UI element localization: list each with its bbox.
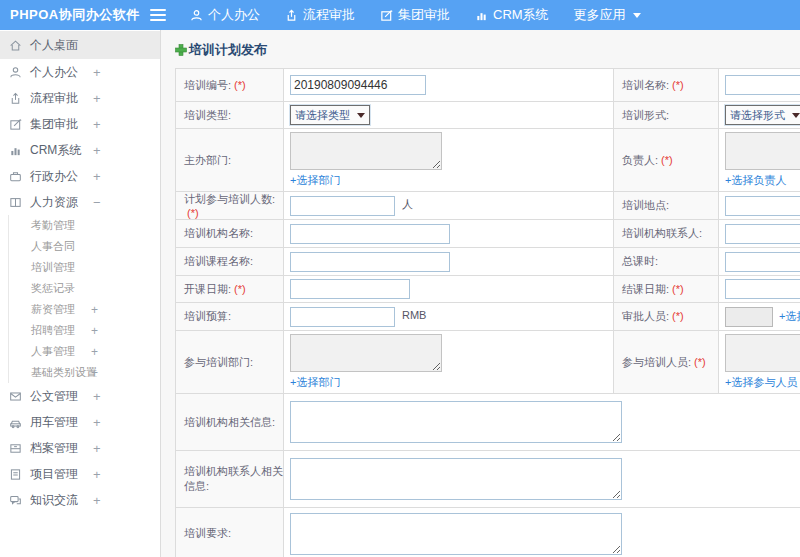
- expand-plus-icon[interactable]: +: [93, 117, 101, 132]
- planned-count-input[interactable]: [290, 196, 395, 216]
- nav-item-crm-system[interactable]: CRM系统: [475, 6, 549, 24]
- required-mark: (*): [661, 154, 673, 166]
- start-date-input[interactable]: [290, 279, 410, 299]
- select-leader-link[interactable]: +选择负责人: [725, 173, 786, 188]
- training-req-label: 培训要求:: [176, 508, 284, 557]
- nav-label: 个人办公: [208, 6, 260, 24]
- form-row: 培训类型: 请选择类型 培训形式: 请选择形式: [176, 102, 800, 129]
- sidebar-item-crm-system[interactable]: CRM系统 +: [0, 137, 160, 163]
- total-hours-input[interactable]: [725, 252, 800, 272]
- sidebar-item-group-approval[interactable]: 集团审批 +: [0, 111, 160, 137]
- sidebar-item-admin-office[interactable]: 行政办公 +: [0, 163, 160, 189]
- expand-plus-icon[interactable]: +: [93, 143, 101, 158]
- nav-label: 流程审批: [303, 6, 355, 24]
- approver-label: 审批人员:(*): [614, 303, 719, 331]
- total-hours-label: 总课时:: [614, 248, 719, 276]
- location-label: 培训地点:: [614, 192, 719, 220]
- start-date-label: 开课日期:(*): [176, 276, 284, 303]
- sidebar-subitem-attendance[interactable]: 考勤管理: [9, 215, 160, 236]
- org-contact-info-textarea[interactable]: [290, 458, 622, 500]
- host-dept-textarea[interactable]: [290, 132, 442, 170]
- sidebar-label: 行政办公: [30, 168, 78, 185]
- org-info-textarea[interactable]: [290, 401, 622, 443]
- collapse-minus-icon[interactable]: −: [93, 195, 101, 210]
- expand-plus-icon[interactable]: +: [91, 341, 98, 362]
- sidebar-item-knowledge-exchange[interactable]: 知识交流 +: [0, 487, 160, 513]
- form-row: 主办部门: +选择部门 负责人:(*) +选择负责人: [176, 129, 800, 192]
- join-people-textarea[interactable]: [725, 334, 800, 372]
- leader-textarea[interactable]: [725, 132, 800, 170]
- required-mark: (*): [694, 356, 706, 368]
- sidebar-label: 档案管理: [30, 440, 78, 457]
- select-dept-link[interactable]: +选择部门: [290, 375, 340, 390]
- select-value: 请选择类型: [295, 108, 350, 123]
- expand-plus-icon[interactable]: +: [93, 91, 101, 106]
- approver-input[interactable]: [725, 307, 773, 327]
- course-name-input[interactable]: [290, 252, 450, 272]
- user-icon: [9, 66, 22, 79]
- sidebar-item-archive-mgmt[interactable]: 档案管理 +: [0, 435, 160, 461]
- chart-icon: [9, 144, 22, 157]
- form-row: 培训要求:: [176, 508, 800, 557]
- user-icon: [190, 9, 203, 22]
- sidebar-item-human-resources[interactable]: 人力资源 −: [0, 189, 160, 215]
- sidebar-item-vehicle-mgmt[interactable]: 用车管理 +: [0, 409, 160, 435]
- select-approver-link[interactable]: +选择审批人员: [779, 309, 800, 324]
- sidebar-subitem-recruit-mgmt[interactable]: 招聘管理+: [9, 320, 160, 341]
- sidebar-label: 集团审批: [30, 116, 78, 133]
- nav-item-more-apps[interactable]: 更多应用: [574, 6, 641, 24]
- location-input[interactable]: [725, 196, 800, 216]
- form-row: 培训编号:(*) 培训名称:(*): [176, 69, 800, 102]
- org-contact-input[interactable]: [725, 224, 800, 244]
- expand-plus-icon[interactable]: +: [93, 169, 101, 184]
- sidebar-subitem-training-mgmt[interactable]: 培训管理: [9, 257, 160, 278]
- training-type-select[interactable]: 请选择类型: [290, 105, 370, 125]
- nav-item-workflow-approval[interactable]: 流程审批: [285, 6, 355, 24]
- select-dept-link[interactable]: +选择部门: [290, 173, 340, 188]
- expand-plus-icon[interactable]: +: [91, 320, 98, 341]
- menu-toggle-icon[interactable]: [150, 9, 166, 21]
- archive-icon: [9, 442, 22, 455]
- nav-item-personal-office[interactable]: 个人办公: [190, 6, 260, 24]
- budget-input[interactable]: [290, 307, 395, 327]
- expand-plus-icon[interactable]: +: [93, 441, 101, 456]
- sidebar-item-workflow-approval[interactable]: 流程审批 +: [0, 85, 160, 111]
- training-name-input[interactable]: [725, 75, 800, 95]
- end-date-input[interactable]: [725, 279, 800, 299]
- sidebar-label: 个人办公: [30, 64, 78, 81]
- training-mode-select[interactable]: 请选择形式: [725, 105, 800, 125]
- chart-icon: [475, 9, 488, 22]
- expand-plus-icon[interactable]: +: [91, 299, 98, 320]
- expand-plus-icon[interactable]: +: [93, 415, 101, 430]
- join-depts-textarea[interactable]: [290, 334, 442, 372]
- sidebar-item-personal-desktop[interactable]: 个人桌面: [0, 31, 160, 59]
- org-info-label: 培训机构相关信息:: [176, 394, 284, 451]
- sidebar-subitem-personnel-mgmt[interactable]: 人事管理+: [9, 341, 160, 362]
- caret-down-icon: [357, 113, 365, 118]
- sidebar-label: 知识交流: [30, 492, 78, 509]
- sidebar-item-personal-office[interactable]: 个人办公 +: [0, 59, 160, 85]
- expand-plus-icon[interactable]: +: [93, 65, 101, 80]
- sidebar-subitem-reward-punish[interactable]: 奖惩记录: [9, 278, 160, 299]
- sidebar-item-project-mgmt[interactable]: 项目管理 +: [0, 461, 160, 487]
- form-row: 培训课程名称: 总课时:: [176, 248, 800, 276]
- expand-plus-icon[interactable]: +: [91, 362, 98, 383]
- sidebar-subitem-hr-contract[interactable]: 人事合同: [9, 236, 160, 257]
- expand-plus-icon[interactable]: +: [93, 389, 101, 404]
- sidebar-subitem-salary-mgmt[interactable]: 薪资管理+: [9, 299, 160, 320]
- top-navbar: PHPOA协同办公软件 个人办公 流程审批 集团审批 CRM系统 更多应用: [0, 0, 800, 30]
- expand-plus-icon[interactable]: +: [93, 493, 101, 508]
- expand-plus-icon[interactable]: +: [93, 467, 101, 482]
- planned-count-label: 计划参与培训人数:(*): [176, 192, 284, 220]
- sidebar-subitem-base-category[interactable]: 基础类别设置+: [9, 362, 160, 383]
- org-contact-label: 培训机构联系人:: [614, 220, 719, 248]
- select-participants-link[interactable]: +选择参与人员: [725, 375, 797, 390]
- org-name-input[interactable]: [290, 224, 450, 244]
- nav-item-group-approval[interactable]: 集团审批: [380, 6, 450, 24]
- car-icon: [9, 416, 22, 429]
- budget-label: 培训预算:: [176, 303, 284, 331]
- sidebar-item-document-mgmt[interactable]: 公文管理 +: [0, 383, 160, 409]
- training-no-input[interactable]: [290, 75, 426, 95]
- training-req-textarea[interactable]: [290, 513, 622, 555]
- org-name-label: 培训机构名称:: [176, 220, 284, 248]
